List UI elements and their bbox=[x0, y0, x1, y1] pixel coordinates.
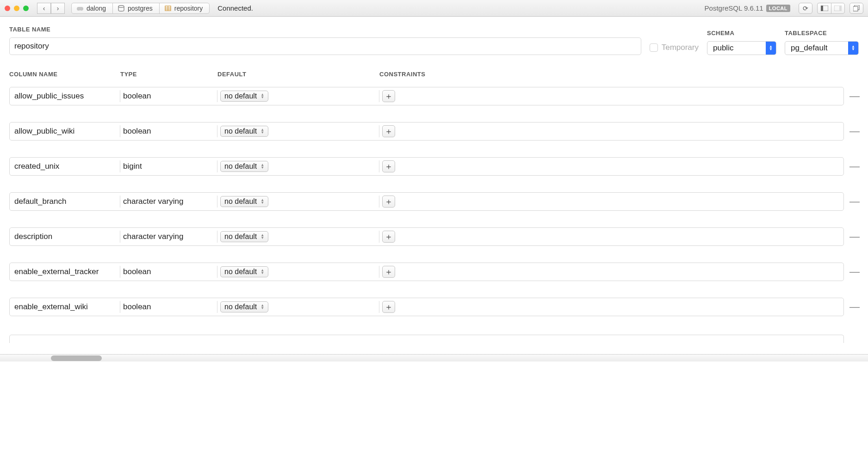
chevron-left-icon: ‹ bbox=[43, 5, 45, 12]
breadcrumb-label: postgres bbox=[128, 5, 153, 12]
sidebar-left-button[interactable] bbox=[817, 3, 831, 14]
horizontal-scrollbar[interactable] bbox=[0, 354, 868, 361]
default-dropdown[interactable]: no default ▲▼ bbox=[220, 91, 268, 102]
database-icon bbox=[118, 5, 125, 12]
column-row: created_unix bigint no default ▲▼ ＋ — bbox=[9, 157, 859, 176]
add-constraint-button[interactable]: ＋ bbox=[382, 266, 395, 278]
breadcrumb-label: dalong bbox=[87, 5, 106, 12]
stepper-arrows-icon: ▲▼ bbox=[260, 304, 264, 310]
default-value: no default bbox=[224, 233, 257, 241]
default-dropdown[interactable]: no default ▲▼ bbox=[220, 126, 268, 137]
column-constraints-cell: ＋ bbox=[379, 301, 842, 313]
column-type-cell[interactable]: character varying bbox=[120, 196, 217, 208]
tablespace-select[interactable]: pg_default ▲▼ bbox=[785, 41, 859, 55]
add-constraint-button[interactable]: ＋ bbox=[382, 231, 395, 243]
breadcrumb: dalong postgres repository bbox=[71, 3, 209, 14]
add-constraint-button[interactable]: ＋ bbox=[382, 90, 395, 102]
minus-icon: — bbox=[849, 90, 860, 102]
breadcrumb-connection[interactable]: dalong bbox=[71, 3, 113, 14]
minus-icon: — bbox=[849, 160, 860, 172]
column-type-cell[interactable]: boolean bbox=[120, 90, 217, 102]
remove-column-button[interactable]: — bbox=[849, 125, 859, 137]
breadcrumb-database[interactable]: postgres bbox=[112, 3, 160, 14]
column-type-cell[interactable]: boolean bbox=[120, 125, 217, 137]
minus-icon: — bbox=[849, 125, 860, 137]
plus-icon: ＋ bbox=[384, 126, 393, 137]
sidebar-right-button[interactable] bbox=[831, 3, 845, 14]
column-row: allow_public_wiki boolean no default ▲▼ … bbox=[9, 122, 859, 141]
remove-column-button[interactable]: — bbox=[849, 266, 859, 278]
columns-list: allow_public_issues boolean no default ▲… bbox=[9, 87, 859, 345]
add-constraint-button[interactable]: ＋ bbox=[382, 160, 395, 172]
column-name-cell[interactable]: description bbox=[12, 231, 120, 243]
new-window-button[interactable] bbox=[849, 3, 863, 14]
default-dropdown[interactable]: no default ▲▼ bbox=[220, 266, 268, 277]
default-dropdown[interactable]: no default ▲▼ bbox=[220, 301, 268, 312]
window-controls bbox=[5, 6, 29, 11]
elephant-icon bbox=[76, 5, 84, 12]
column-type-cell[interactable]: boolean bbox=[120, 266, 217, 278]
minus-icon: — bbox=[849, 196, 860, 207]
default-value: no default bbox=[224, 162, 257, 171]
default-dropdown[interactable]: no default ▲▼ bbox=[220, 231, 268, 242]
svg-rect-11 bbox=[839, 6, 842, 11]
remove-column-button[interactable]: — bbox=[849, 160, 859, 172]
default-dropdown[interactable]: no default ▲▼ bbox=[220, 196, 268, 207]
breadcrumb-label: repository bbox=[174, 5, 203, 12]
default-value: no default bbox=[224, 127, 257, 135]
schema-label: SCHEMA bbox=[707, 30, 776, 37]
chevron-right-icon: › bbox=[57, 5, 59, 12]
breadcrumb-table[interactable]: repository bbox=[159, 3, 210, 14]
table-name-input[interactable] bbox=[9, 37, 641, 55]
column-name-cell[interactable]: allow_public_issues bbox=[12, 90, 120, 102]
column-frame: description character varying no default… bbox=[9, 227, 844, 246]
add-constraint-button[interactable]: ＋ bbox=[382, 125, 395, 137]
tablespace-label: TABLESPACE bbox=[785, 30, 859, 37]
default-value: no default bbox=[224, 303, 257, 311]
minimize-window-button[interactable] bbox=[14, 6, 19, 11]
column-name-cell[interactable]: enable_external_wiki bbox=[12, 301, 120, 313]
column-type-cell[interactable]: boolean bbox=[120, 301, 217, 313]
local-badge: LOCAL bbox=[766, 5, 790, 12]
refresh-button[interactable]: ⟳ bbox=[799, 3, 812, 14]
add-constraint-button[interactable]: ＋ bbox=[382, 301, 395, 313]
column-frame: allow_public_wiki boolean no default ▲▼ … bbox=[9, 122, 844, 141]
column-row: enable_external_tracker boolean no defau… bbox=[9, 263, 859, 281]
forward-button[interactable]: › bbox=[51, 3, 65, 14]
temporary-checkbox[interactable] bbox=[650, 43, 658, 52]
stepper-arrows-icon: ▲▼ bbox=[260, 199, 264, 204]
column-name-header: COLUMN NAME bbox=[9, 71, 120, 78]
remove-column-button[interactable]: — bbox=[849, 301, 859, 313]
tablespace-value: pg_default bbox=[785, 43, 848, 53]
default-dropdown[interactable]: no default ▲▼ bbox=[220, 161, 268, 172]
temporary-label: Temporary bbox=[662, 43, 699, 52]
scrollbar-thumb[interactable] bbox=[51, 355, 102, 361]
column-type-cell[interactable]: bigint bbox=[120, 160, 217, 172]
stepper-arrows-icon: ▲▼ bbox=[260, 129, 264, 134]
column-frame: allow_public_issues boolean no default ▲… bbox=[9, 87, 844, 105]
column-name-cell[interactable]: enable_external_tracker bbox=[12, 266, 120, 278]
column-name-cell[interactable]: allow_public_wiki bbox=[12, 125, 120, 137]
type-header: TYPE bbox=[120, 71, 217, 78]
refresh-icon: ⟳ bbox=[803, 5, 808, 12]
column-constraints-cell: ＋ bbox=[379, 160, 842, 172]
remove-column-button[interactable]: — bbox=[849, 90, 859, 102]
close-window-button[interactable] bbox=[5, 6, 10, 11]
default-header: DEFAULT bbox=[217, 71, 379, 78]
add-constraint-button[interactable]: ＋ bbox=[382, 196, 395, 208]
column-name-cell[interactable]: default_branch bbox=[12, 196, 120, 208]
back-button[interactable]: ‹ bbox=[37, 3, 51, 14]
zoom-window-button[interactable] bbox=[23, 6, 29, 11]
remove-column-button[interactable]: — bbox=[849, 231, 859, 243]
column-name-cell[interactable]: created_unix bbox=[12, 160, 120, 172]
schema-select[interactable]: public ▲▼ bbox=[707, 41, 776, 55]
connection-status: Connected. bbox=[217, 4, 253, 12]
table-name-label: TABLE NAME bbox=[9, 26, 641, 33]
column-type-cell[interactable]: character varying bbox=[120, 231, 217, 243]
column-default-cell: no default ▲▼ bbox=[217, 231, 379, 243]
remove-column-button[interactable]: — bbox=[849, 196, 859, 208]
select-arrows-icon: ▲▼ bbox=[766, 42, 776, 55]
column-default-cell: no default ▲▼ bbox=[217, 196, 379, 208]
svg-rect-13 bbox=[853, 6, 858, 11]
panel-left-icon bbox=[821, 6, 828, 11]
